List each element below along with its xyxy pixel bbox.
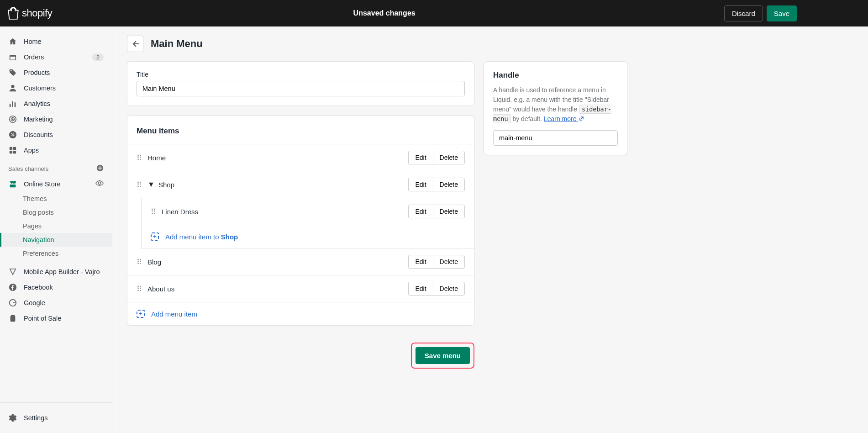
- sidebar-item-online-store[interactable]: Online Store: [0, 176, 112, 192]
- sidebar-item-pos[interactable]: Point of Sale: [0, 311, 112, 326]
- arrow-left-icon: [131, 39, 140, 48]
- save-menu-button[interactable]: Save menu: [416, 347, 470, 364]
- sidebar-item-themes[interactable]: Themes: [0, 192, 112, 206]
- delete-button[interactable]: Delete: [433, 205, 465, 218]
- products-icon: [8, 68, 17, 77]
- pos-icon: [8, 314, 17, 323]
- sidebar-item-vajro[interactable]: Mobile App Builder - Vajro: [0, 264, 112, 280]
- sidebar-label: Home: [24, 38, 42, 45]
- facebook-icon: [8, 283, 17, 292]
- svg-rect-2: [10, 104, 11, 107]
- sidebar-label: Apps: [24, 147, 39, 154]
- sidebar-item-discounts[interactable]: Discounts: [0, 127, 112, 143]
- add-submenu-item-shop[interactable]: Add menu item to Shop: [141, 225, 474, 248]
- svg-point-1: [11, 85, 14, 88]
- sidebar-item-facebook[interactable]: Facebook: [0, 280, 112, 295]
- title-input[interactable]: [137, 81, 465, 96]
- sidebar-item-products[interactable]: Products: [0, 65, 112, 80]
- add-channel-icon[interactable]: [96, 164, 104, 173]
- handle-description: A handle is used to reference a menu in …: [493, 85, 618, 124]
- add-submenu-text: Add menu item to Shop: [165, 233, 238, 241]
- sidebar-item-navigation[interactable]: Navigation: [0, 233, 112, 247]
- handle-card: Handle A handle is used to reference a m…: [484, 61, 627, 155]
- menu-item-label: Blog: [147, 258, 403, 266]
- sidebar-item-home[interactable]: Home: [0, 34, 112, 49]
- shopify-logo[interactable]: shopify: [7, 6, 52, 20]
- home-icon: [8, 37, 17, 46]
- menu-item-about: ⠿ About us Edit Delete: [127, 275, 474, 302]
- handle-input[interactable]: [493, 130, 618, 146]
- menu-item-label: Home: [147, 154, 403, 162]
- caret-down-icon[interactable]: ▼: [147, 180, 153, 189]
- logo-text: shopify: [22, 7, 52, 19]
- svg-rect-4: [15, 102, 16, 107]
- sidebar-label: Discounts: [24, 131, 53, 138]
- menu-item-blog: ⠿ Blog Edit Delete: [127, 248, 474, 275]
- title-label: Title: [137, 71, 465, 78]
- delete-button[interactable]: Delete: [433, 178, 465, 191]
- svg-rect-0: [10, 55, 16, 60]
- edit-button[interactable]: Edit: [408, 205, 432, 218]
- learn-more-link[interactable]: Learn more: [544, 115, 584, 122]
- orders-icon: [8, 53, 17, 62]
- sidebar-item-apps[interactable]: Apps: [0, 143, 112, 158]
- sidebar-label: Analytics: [24, 100, 50, 107]
- menu-item-label: Linen Dress: [162, 208, 403, 216]
- online-store-icon: [8, 180, 17, 189]
- delete-button[interactable]: Delete: [433, 255, 465, 269]
- sidebar-item-pages[interactable]: Pages: [0, 219, 112, 233]
- apps-icon: [8, 146, 17, 155]
- menu-item-label: Shop: [158, 181, 403, 189]
- add-menu-text: Add menu item: [151, 310, 197, 318]
- drag-handle-icon[interactable]: ⠿: [137, 285, 142, 293]
- svg-rect-13: [10, 151, 12, 153]
- menu-item-shop: ⠿ ▼ Shop Edit Delete: [127, 171, 474, 198]
- drag-handle-icon[interactable]: ⠿: [151, 207, 156, 216]
- sidebar-item-marketing[interactable]: Marketing: [0, 111, 112, 127]
- vajro-icon: [8, 267, 17, 276]
- handle-title: Handle: [493, 71, 618, 80]
- svg-rect-12: [13, 147, 16, 150]
- sidebar-item-google[interactable]: Google: [0, 295, 112, 311]
- sidebar-item-blog-posts[interactable]: Blog posts: [0, 206, 112, 219]
- customers-icon: [8, 84, 17, 93]
- menu-item-linen-dress: ⠿ Linen Dress Edit Delete: [141, 198, 474, 225]
- edit-button[interactable]: Edit: [408, 282, 432, 296]
- menu-items-header: Menu items: [127, 116, 474, 144]
- drag-handle-icon[interactable]: ⠿: [137, 180, 142, 189]
- marketing-icon: [8, 115, 17, 124]
- shopify-bag-icon: [7, 6, 19, 20]
- analytics-icon: [8, 99, 17, 108]
- svg-point-7: [12, 119, 13, 120]
- discard-button[interactable]: Discard: [724, 5, 763, 21]
- drag-handle-icon[interactable]: ⠿: [137, 258, 142, 266]
- sidebar-item-customers[interactable]: Customers: [0, 80, 112, 96]
- edit-button[interactable]: Edit: [408, 151, 432, 164]
- drag-handle-icon[interactable]: ⠿: [137, 153, 142, 162]
- back-button[interactable]: [127, 36, 143, 52]
- sidebar: Home Orders 2 Products Customers Analyti…: [0, 26, 112, 385]
- unsaved-status: Unsaved changes: [353, 9, 416, 17]
- sidebar-label: Facebook: [24, 284, 53, 291]
- save-button[interactable]: Save: [767, 5, 797, 21]
- delete-button[interactable]: Delete: [433, 151, 465, 164]
- sidebar-item-orders[interactable]: Orders 2: [0, 49, 112, 65]
- add-dashed-icon: [151, 232, 159, 241]
- edit-button[interactable]: Edit: [408, 178, 432, 191]
- highlight-box: Save menu: [411, 343, 474, 369]
- google-icon: [8, 298, 17, 307]
- add-dashed-icon: [137, 310, 145, 318]
- sidebar-label: Marketing: [24, 116, 53, 123]
- svg-rect-11: [10, 147, 12, 150]
- sidebar-item-analytics[interactable]: Analytics: [0, 96, 112, 111]
- page-title: Main Menu: [151, 38, 203, 50]
- delete-button[interactable]: Delete: [433, 282, 465, 296]
- edit-button[interactable]: Edit: [408, 255, 432, 269]
- sidebar-label: Online Store: [24, 180, 61, 188]
- add-menu-item[interactable]: Add menu item: [127, 302, 474, 325]
- sidebar-item-preferences[interactable]: Preferences: [0, 247, 112, 260]
- view-store-icon[interactable]: [95, 179, 104, 189]
- main-content: Main Menu Title Menu items ⠿ Home Edit D…: [112, 26, 642, 385]
- menu-items-card: Menu items ⠿ Home Edit Delete ⠿ ▼ Shop E…: [127, 115, 474, 326]
- title-card: Title: [127, 61, 474, 106]
